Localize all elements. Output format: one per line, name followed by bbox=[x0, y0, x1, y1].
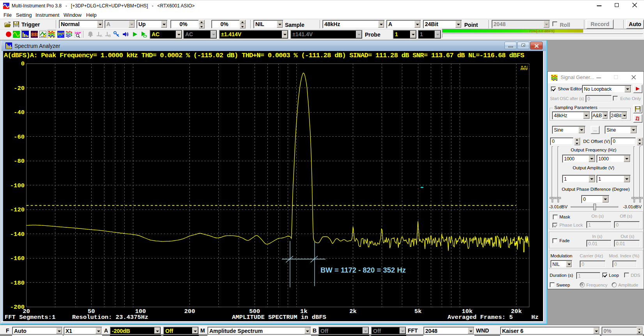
svg-text:2k: 2k bbox=[349, 308, 357, 315]
svg-text:Averaged Frames: 5: Averaged Frames: 5 bbox=[448, 314, 513, 321]
svg-text:A: A bbox=[100, 34, 103, 38]
svg-text:-40: -40 bbox=[14, 109, 25, 116]
svg-text:B: B bbox=[108, 34, 111, 38]
svg-text:-180: -180 bbox=[10, 280, 25, 287]
svg-text:Mi: Mi bbox=[520, 64, 528, 72]
svg-text:Hz: Hz bbox=[531, 314, 539, 321]
svg-text:5k: 5k bbox=[414, 308, 422, 315]
svg-text:-160: -160 bbox=[10, 255, 25, 262]
svg-text:0: 0 bbox=[21, 60, 25, 67]
svg-text:-60: -60 bbox=[14, 134, 25, 141]
svg-text:BW = 1172 - 820 = 352 Hz: BW = 1172 - 820 = 352 Hz bbox=[320, 266, 406, 274]
svg-text:200: 200 bbox=[184, 308, 195, 315]
svg-text:-80: -80 bbox=[14, 158, 25, 165]
svg-text:-140: -140 bbox=[10, 231, 25, 238]
svg-text:FFT Segments:1: FFT Segments:1 bbox=[5, 314, 55, 321]
svg-text:888: 888 bbox=[31, 32, 38, 38]
svg-text:-120: -120 bbox=[10, 206, 25, 213]
svg-text:-20: -20 bbox=[14, 85, 25, 92]
svg-text:-100: -100 bbox=[10, 182, 25, 189]
svg-text:AMPLITUDE SPECTRUM in dBFS: AMPLITUDE SPECTRUM in dBFS bbox=[232, 314, 326, 321]
svg-text:A(dBFS)A: Peak Frequency= 1.0: A(dBFS)A: Peak Frequency= 1.0000 kHz THD… bbox=[4, 52, 524, 59]
svg-text:Resolution: 23.4375Hz: Resolution: 23.4375Hz bbox=[72, 314, 148, 321]
